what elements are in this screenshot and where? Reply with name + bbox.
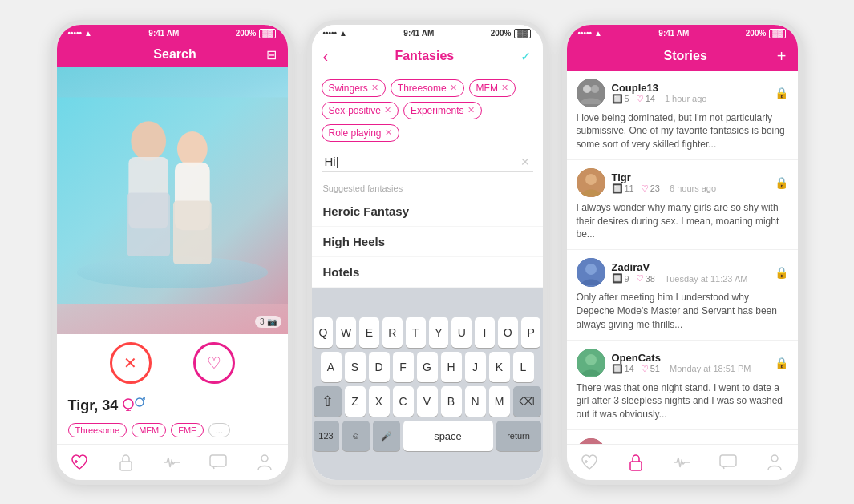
time-tigr: 6 hours ago — [670, 183, 716, 193]
svg-point-21 — [583, 85, 591, 93]
remove-sex-positive[interactable]: ✕ — [384, 105, 391, 115]
nav-heart-3[interactable] — [578, 451, 601, 474]
remove-experiments[interactable]: ✕ — [467, 105, 475, 115]
key-w[interactable]: W — [336, 317, 356, 348]
key-t[interactable]: T — [406, 317, 426, 348]
key-y[interactable]: Y — [429, 317, 449, 348]
tag-swingers[interactable]: Swingers ✕ — [322, 79, 386, 97]
tag-sex-positive[interactable]: Sex-positive ✕ — [322, 102, 399, 119]
key-e[interactable]: E — [359, 317, 379, 348]
key-v[interactable]: V — [417, 386, 438, 417]
tag-mfm[interactable]: MFM — [132, 423, 166, 437]
nav-chat-3[interactable] — [717, 451, 739, 474]
key-u[interactable]: U — [451, 317, 472, 348]
tag-more[interactable]: ... — [208, 423, 230, 437]
suggestion-high-heels[interactable]: High Heels — [312, 227, 543, 257]
tag-role-playing[interactable]: Role playing ✕ — [322, 124, 399, 142]
reject-button[interactable]: ✕ — [110, 342, 152, 384]
tag-mfm-2[interactable]: MFM ✕ — [469, 79, 516, 97]
signal-dots-1: ••••• — [68, 29, 83, 38]
nav-pulse-1[interactable] — [160, 451, 183, 474]
key-123[interactable]: 123 — [314, 421, 339, 451]
battery-icon-3: ▓▓ — [769, 29, 786, 38]
key-l[interactable]: L — [513, 352, 534, 382]
signal-3: ••••• — [578, 29, 593, 38]
key-r[interactable]: R — [382, 317, 403, 348]
back-button[interactable]: ‹ — [323, 47, 329, 66]
tag-threesome-2[interactable]: Threesome ✕ — [391, 79, 464, 97]
nav-chat-1[interactable] — [207, 451, 229, 474]
like-button[interactable]: ♡ — [193, 342, 235, 384]
story-header-couple13: Couple13 🔲 5 ♡ 14 1 hour ago — [577, 79, 788, 107]
nav-pulse-3[interactable] — [670, 451, 693, 474]
nav-lock-3[interactable] — [625, 451, 647, 474]
fantasy-search-input[interactable] — [322, 151, 533, 172]
search-input-area: ✕ — [312, 147, 543, 177]
key-i[interactable]: I — [475, 317, 495, 348]
key-d[interactable]: D — [369, 352, 390, 382]
key-f[interactable]: F — [393, 352, 414, 382]
search-clear-icon[interactable]: ✕ — [520, 155, 530, 168]
key-shift[interactable]: ⇧ — [314, 386, 342, 417]
suggestion-hotels[interactable]: Hotels — [312, 257, 543, 288]
tag-fmf[interactable]: FMF — [171, 423, 204, 437]
hearts-icon-2: ♡ — [641, 183, 649, 194]
check-button[interactable]: ✓ — [520, 49, 531, 64]
key-a[interactable]: A — [321, 352, 342, 382]
tag-experiments[interactable]: Experiments ✕ — [403, 102, 482, 119]
signal-2: ••••• — [323, 29, 338, 38]
key-b[interactable]: B — [441, 386, 462, 417]
key-h[interactable]: H — [441, 352, 462, 382]
key-c[interactable]: C — [393, 386, 414, 417]
username-opencats: OpenCats — [612, 352, 768, 364]
key-space[interactable]: space — [403, 421, 493, 451]
likes-icon-4: 🔲 — [612, 364, 623, 374]
battery-3: 200% — [746, 29, 767, 38]
add-story-button[interactable]: + — [777, 47, 787, 66]
key-j[interactable]: J — [465, 352, 486, 382]
nav-heart-1[interactable] — [68, 451, 91, 474]
keyboard-row-1: Q W E R T Y U I O P — [314, 317, 541, 348]
key-p[interactable]: P — [521, 317, 541, 348]
key-emoji[interactable]: ☺ — [342, 421, 370, 451]
key-mic[interactable]: 🎤 — [373, 421, 400, 451]
remove-mfm[interactable]: ✕ — [501, 83, 508, 93]
key-x[interactable]: X — [369, 386, 390, 417]
battery-1: 200% — [236, 29, 257, 38]
couple-svg — [57, 67, 288, 334]
suggestion-heroic-fantasy[interactable]: Heroic Fantasy — [312, 196, 543, 227]
key-return[interactable]: return — [496, 421, 541, 451]
svg-rect-7 — [172, 200, 211, 264]
stories-list: Couple13 🔲 5 ♡ 14 1 hour ago — [567, 71, 798, 444]
nav-person-3[interactable] — [763, 451, 786, 474]
key-k[interactable]: K — [489, 352, 510, 382]
key-z[interactable]: Z — [345, 386, 366, 417]
hearts-zadirav: ♡ 38 — [636, 273, 655, 284]
story-item-couple13: Couple13 🔲 5 ♡ 14 1 hour ago — [567, 71, 798, 160]
story-item-tigr: Tigr 🔲 11 ♡ 23 6 hours ago — [567, 160, 798, 250]
nav-lock-1[interactable] — [115, 451, 137, 474]
key-m[interactable]: M — [489, 386, 510, 417]
remove-threesome[interactable]: ✕ — [450, 83, 457, 93]
hearts-icon-4: ♡ — [641, 364, 649, 374]
keyboard-row-2: A S D F G H J K L — [314, 352, 541, 382]
status-bar-1: ••••• ▲ 9:41 AM 200% ▓▓ — [57, 25, 288, 42]
key-q[interactable]: Q — [314, 317, 334, 348]
profile-image-area: 3 📷 — [57, 67, 288, 334]
search-header: Search ⊟ — [57, 42, 288, 67]
key-g[interactable]: G — [417, 352, 438, 382]
nav-person-1[interactable] — [253, 451, 276, 474]
remove-role-playing[interactable]: ✕ — [385, 127, 392, 138]
suggested-label: Suggested fantasies — [312, 177, 543, 196]
key-s[interactable]: S — [345, 352, 366, 382]
stories-header: Stories + — [567, 42, 798, 71]
remove-swingers[interactable]: ✕ — [371, 83, 378, 93]
key-n[interactable]: N — [465, 386, 486, 417]
hearts-icon-1: ♡ — [636, 94, 644, 104]
key-o[interactable]: O — [498, 317, 518, 348]
battery-2: 200% — [491, 29, 512, 38]
key-backspace[interactable]: ⌫ — [513, 386, 541, 417]
status-left-3: ••••• ▲ — [578, 29, 602, 38]
tag-threesome[interactable]: Threesome — [68, 423, 127, 437]
filter-icon[interactable]: ⊟ — [266, 47, 277, 62]
